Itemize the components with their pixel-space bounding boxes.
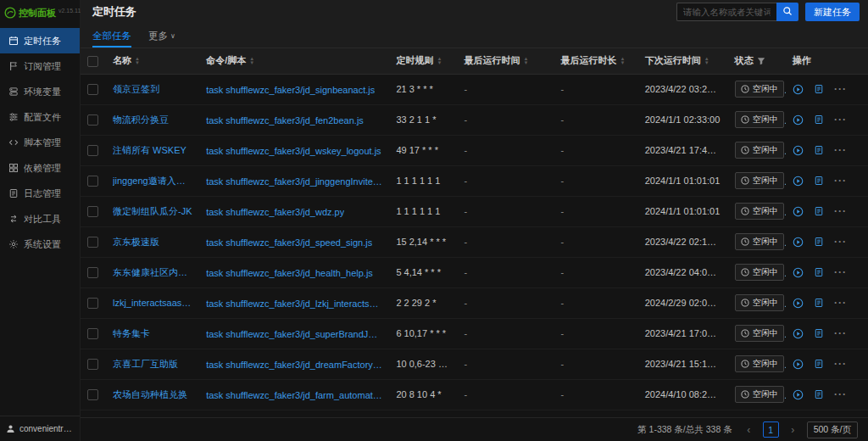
new-task-button[interactable]: 新建任务: [805, 3, 860, 21]
more-actions-icon[interactable]: ···: [834, 236, 847, 248]
more-actions-icon[interactable]: ···: [834, 266, 847, 278]
row-checkbox[interactable]: [87, 359, 98, 370]
more-actions-icon[interactable]: ···: [834, 175, 847, 187]
view-log-icon[interactable]: [814, 176, 824, 186]
column-header-last_run_time[interactable]: 最后运行时间▲▼: [457, 48, 554, 74]
task-name-link[interactable]: 农场自动种植兑换: [113, 388, 187, 401]
column-header-status[interactable]: 状态: [728, 48, 786, 74]
sort-icon[interactable]: ▲▼: [523, 57, 528, 65]
sort-icon[interactable]: ▲▼: [135, 57, 140, 65]
task-command-link[interactable]: task shufflewzc_faker3/jd_health_help.js: [206, 268, 373, 278]
task-name-link[interactable]: 京喜工厂互助版: [113, 358, 178, 371]
more-actions-icon[interactable]: ···: [834, 205, 847, 217]
column-header-command[interactable]: 命令/脚本▲▼: [199, 48, 389, 74]
column-header-schedule[interactable]: 定时规则▲▼: [389, 48, 457, 74]
row-checkbox[interactable]: [87, 237, 98, 248]
run-task-icon[interactable]: [793, 145, 804, 156]
prev-page-button[interactable]: ‹: [741, 421, 757, 438]
more-actions-icon[interactable]: ···: [834, 358, 847, 370]
task-command-link[interactable]: task shufflewzc_faker3/jd_signbeanact.js: [206, 85, 375, 95]
run-task-icon[interactable]: [793, 114, 804, 126]
more-actions-icon[interactable]: ···: [834, 297, 847, 309]
view-log-icon[interactable]: [814, 328, 824, 338]
user-account[interactable]: convenientroom@q: [0, 416, 80, 441]
task-command-link[interactable]: task shufflewzc_faker3/jd_speed_sign.js: [206, 237, 372, 248]
row-checkbox[interactable]: [87, 145, 98, 156]
row-checkbox[interactable]: [87, 84, 98, 95]
task-name-link[interactable]: jinggeng邀请入会有礼.: [113, 175, 192, 187]
row-checkbox[interactable]: [87, 298, 98, 309]
task-name-link[interactable]: 东东健康社区内部互助: [113, 266, 192, 279]
task-name-link[interactable]: 物流积分换豆: [113, 114, 169, 126]
task-command-link[interactable]: task shufflewzc_faker3/jd_dreamFactory_M…: [206, 360, 382, 370]
more-actions-icon[interactable]: ···: [834, 114, 847, 126]
task-name-link[interactable]: 领京豆签到: [113, 83, 159, 96]
more-actions-icon[interactable]: ···: [834, 83, 847, 95]
task-command-link[interactable]: task shufflewzc_faker3/jd_jinggengInvite…: [206, 176, 382, 187]
task-command-link[interactable]: task shufflewzc_faker3/jd_wdz.py: [206, 207, 344, 217]
view-log-icon[interactable]: [814, 114, 824, 125]
task-command-link[interactable]: task shufflewzc_faker3/jd_lzkj_interacts…: [206, 299, 382, 309]
task-command-link[interactable]: task shufflewzc_faker3/jd_superBrandJK.j…: [206, 329, 382, 339]
run-task-icon[interactable]: [793, 328, 804, 339]
run-task-icon[interactable]: [793, 298, 804, 309]
task-command-link[interactable]: task shufflewzc_faker3/jd_farm_automatio…: [206, 390, 382, 400]
more-actions-icon[interactable]: ···: [834, 327, 847, 339]
row-checkbox[interactable]: [87, 206, 98, 217]
sidebar-item-env[interactable]: 环境变量: [0, 79, 80, 104]
view-log-icon[interactable]: [814, 84, 824, 94]
row-checkbox[interactable]: [87, 328, 98, 339]
next-page-button[interactable]: ›: [785, 421, 801, 438]
view-log-icon[interactable]: [814, 359, 824, 369]
task-name-link[interactable]: 注销所有 WSKEY: [113, 144, 186, 157]
row-checkbox[interactable]: [87, 267, 98, 278]
sidebar-item-subscription[interactable]: 订阅管理: [0, 53, 80, 79]
column-header-last_run_duration[interactable]: 最后运行时长▲▼: [554, 48, 638, 74]
sidebar-item-setting[interactable]: 系统设置: [0, 232, 80, 257]
search-button[interactable]: [776, 3, 798, 21]
view-log-icon[interactable]: [814, 237, 824, 247]
filter-icon[interactable]: [757, 57, 765, 65]
search-input[interactable]: [676, 3, 776, 21]
task-command-link[interactable]: task shufflewzc_faker3/jd_fen2bean.js: [206, 115, 364, 126]
task-name-link[interactable]: 特务集卡: [113, 327, 150, 340]
sidebar-item-script[interactable]: 脚本管理: [0, 130, 80, 155]
run-task-icon[interactable]: [793, 237, 804, 248]
page-number-1[interactable]: 1: [763, 421, 779, 438]
run-task-icon[interactable]: [793, 84, 804, 95]
task-command-link[interactable]: task shufflewzc_faker3/jd_wskey_logout.j…: [206, 146, 381, 156]
sort-icon[interactable]: ▲▼: [437, 57, 442, 65]
view-log-icon[interactable]: [814, 267, 824, 277]
sidebar-item-config[interactable]: 配置文件: [0, 104, 80, 130]
tab-all-tasks[interactable]: 全部任务: [92, 24, 131, 47]
sort-icon[interactable]: ▲▼: [249, 57, 254, 65]
select-all-checkbox[interactable]: [87, 56, 98, 67]
sidebar-item-diff[interactable]: 对比工具: [0, 206, 80, 232]
row-checkbox[interactable]: [87, 176, 98, 187]
sort-icon[interactable]: ▲▼: [620, 57, 626, 65]
view-log-icon[interactable]: [814, 206, 824, 216]
view-log-icon[interactable]: [814, 145, 824, 155]
sidebar-item-dependence[interactable]: 依赖管理: [0, 155, 80, 181]
run-task-icon[interactable]: [793, 359, 804, 370]
task-name-link[interactable]: 京东极速版: [113, 236, 159, 248]
more-actions-icon[interactable]: ···: [834, 388, 847, 400]
sidebar-item-cron[interactable]: 定时任务: [0, 28, 80, 53]
task-name-link[interactable]: lzkj_interactsaas签到: [113, 297, 192, 310]
row-checkbox[interactable]: [87, 114, 98, 126]
run-task-icon[interactable]: [793, 267, 804, 278]
sort-icon[interactable]: ▲▼: [704, 57, 709, 65]
page-size-select[interactable]: 500 条/页: [807, 421, 858, 438]
task-name-link[interactable]: 微定制组队瓜分-JK: [113, 205, 192, 218]
row-checkbox[interactable]: [87, 389, 98, 400]
view-log-icon[interactable]: [814, 298, 824, 308]
more-actions-icon[interactable]: ···: [834, 144, 847, 156]
tab-more[interactable]: 更多∨: [148, 24, 175, 47]
sidebar-item-log[interactable]: 日志管理: [0, 181, 80, 206]
column-header-name[interactable]: 名称▲▼: [106, 48, 199, 74]
run-task-icon[interactable]: [793, 389, 804, 400]
run-task-icon[interactable]: [793, 176, 804, 187]
view-log-icon[interactable]: [814, 389, 824, 399]
column-header-next_run_time[interactable]: 下次运行时间▲▼: [638, 48, 728, 74]
run-task-icon[interactable]: [793, 206, 804, 217]
